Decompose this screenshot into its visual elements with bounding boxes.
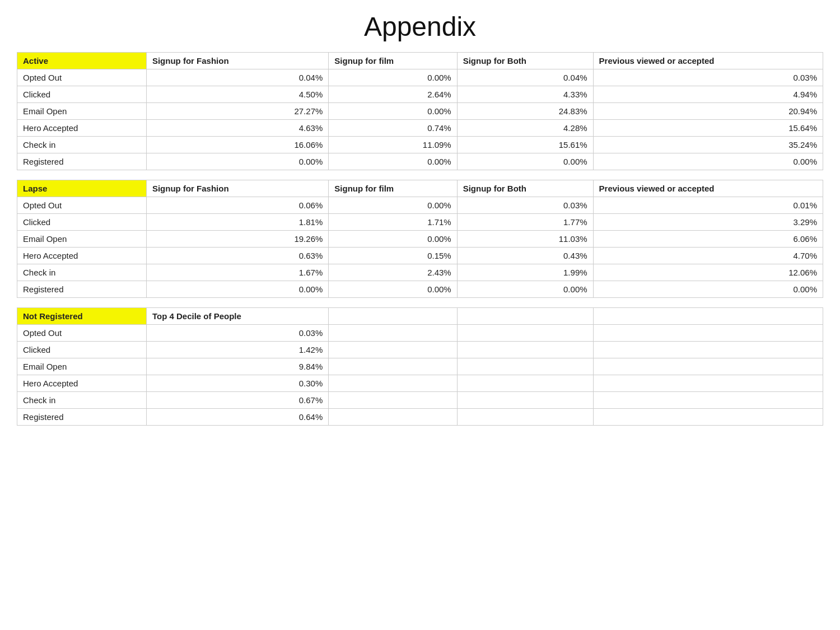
- cell-2-2: [457, 358, 593, 375]
- section-gap: [17, 298, 823, 308]
- cell-1-1: 1.71%: [329, 214, 457, 231]
- cell-0-0: 0.04%: [146, 69, 328, 86]
- cell-0-0: 0.06%: [146, 197, 328, 214]
- cell-4-2: 15.61%: [457, 137, 593, 153]
- cell-5-2: 0.00%: [457, 153, 593, 170]
- cell-4-1: [329, 392, 457, 409]
- cell-3-1: [329, 375, 457, 392]
- cell-1-2: [457, 342, 593, 358]
- cell-1-0: 1.81%: [146, 214, 328, 231]
- cell-2-0: 9.84%: [146, 358, 328, 375]
- row-label: Registered: [17, 409, 147, 426]
- cell-2-1: [329, 358, 457, 375]
- row-label: Opted Out: [17, 69, 147, 86]
- row-label: Registered: [17, 281, 147, 298]
- cell-4-1: 2.43%: [329, 264, 457, 281]
- cell-3-3: 15.64%: [593, 120, 823, 137]
- table-row: Registered0.00%0.00%0.00%0.00%: [17, 281, 823, 298]
- section-header-0: Active: [17, 53, 147, 69]
- table-row: Opted Out0.03%: [17, 325, 823, 342]
- cell-1-0: 4.50%: [146, 86, 328, 103]
- row-label: Clicked: [17, 214, 147, 231]
- col-header-0-2: Signup for Both: [457, 53, 593, 69]
- col-header-1-3: Previous viewed or accepted: [593, 180, 823, 197]
- col-header-1-2: Signup for Both: [457, 180, 593, 197]
- row-label: Check in: [17, 264, 147, 281]
- table-row: Check in0.67%: [17, 392, 823, 409]
- cell-0-2: 0.03%: [457, 197, 593, 214]
- cell-5-2: [457, 409, 593, 426]
- row-label: Clicked: [17, 86, 147, 103]
- cell-5-3: 0.00%: [593, 153, 823, 170]
- row-label: Registered: [17, 153, 147, 170]
- cell-1-3: 4.94%: [593, 86, 823, 103]
- cell-2-0: 27.27%: [146, 103, 328, 120]
- cell-3-3: [593, 375, 823, 392]
- row-label: Opted Out: [17, 325, 147, 342]
- cell-4-0: 0.67%: [146, 392, 328, 409]
- cell-1-3: 3.29%: [593, 214, 823, 231]
- cell-1-2: 1.77%: [457, 214, 593, 231]
- cell-3-2: [457, 375, 593, 392]
- cell-3-3: 4.70%: [593, 248, 823, 264]
- cell-0-3: 0.03%: [593, 69, 823, 86]
- section-gap: [17, 170, 823, 180]
- row-label: Opted Out: [17, 197, 147, 214]
- cell-1-2: 4.33%: [457, 86, 593, 103]
- col-header-0-3: Previous viewed or accepted: [593, 53, 823, 69]
- cell-4-2: [457, 392, 593, 409]
- table-row: Registered0.00%0.00%0.00%0.00%: [17, 153, 823, 170]
- cell-5-3: 0.00%: [593, 281, 823, 298]
- table-row: Email Open9.84%: [17, 358, 823, 375]
- cell-2-3: 20.94%: [593, 103, 823, 120]
- row-label: Hero Accepted: [17, 375, 147, 392]
- cell-3-0: 0.63%: [146, 248, 328, 264]
- cell-4-2: 1.99%: [457, 264, 593, 281]
- cell-0-3: [593, 325, 823, 342]
- cell-3-1: 0.74%: [329, 120, 457, 137]
- table-row: Email Open19.26%0.00%11.03%6.06%: [17, 231, 823, 248]
- cell-2-1: 0.00%: [329, 103, 457, 120]
- cell-1-0: 1.42%: [146, 342, 328, 358]
- row-label: Hero Accepted: [17, 248, 147, 264]
- appendix-table: ActiveSignup for FashionSignup for filmS…: [17, 52, 823, 426]
- cell-5-2: 0.00%: [457, 281, 593, 298]
- row-label: Check in: [17, 392, 147, 409]
- table-row: Clicked1.81%1.71%1.77%3.29%: [17, 214, 823, 231]
- cell-2-1: 0.00%: [329, 231, 457, 248]
- cell-5-0: 0.64%: [146, 409, 328, 426]
- cell-4-3: 12.06%: [593, 264, 823, 281]
- cell-3-0: 0.30%: [146, 375, 328, 392]
- cell-1-3: [593, 342, 823, 358]
- row-label: Clicked: [17, 342, 147, 358]
- table-row: Email Open27.27%0.00%24.83%20.94%: [17, 103, 823, 120]
- cell-4-0: 16.06%: [146, 137, 328, 153]
- cell-3-2: 4.28%: [457, 120, 593, 137]
- cell-5-1: [329, 409, 457, 426]
- row-label: Email Open: [17, 231, 147, 248]
- cell-5-1: 0.00%: [329, 153, 457, 170]
- table-row: Hero Accepted0.63%0.15%0.43%4.70%: [17, 248, 823, 264]
- cell-0-2: [457, 325, 593, 342]
- table-row: Opted Out0.06%0.00%0.03%0.01%: [17, 197, 823, 214]
- cell-2-2: 11.03%: [457, 231, 593, 248]
- row-label: Hero Accepted: [17, 120, 147, 137]
- cell-0-1: [329, 325, 457, 342]
- table-row: Clicked1.42%: [17, 342, 823, 358]
- cell-1-1: 2.64%: [329, 86, 457, 103]
- cell-0-1: 0.00%: [329, 197, 457, 214]
- cell-4-3: [593, 392, 823, 409]
- cell-5-0: 0.00%: [146, 153, 328, 170]
- cell-5-0: 0.00%: [146, 281, 328, 298]
- section-header-1: Lapse: [17, 180, 147, 197]
- table-row: Opted Out0.04%0.00%0.04%0.03%: [17, 69, 823, 86]
- cell-2-2: 24.83%: [457, 103, 593, 120]
- table-row: Registered0.64%: [17, 409, 823, 426]
- section-header-extra-2: Top 4 Decile of People: [146, 308, 328, 325]
- section-header-2: Not Registered: [17, 308, 147, 325]
- col-header-0-0: Signup for Fashion: [146, 53, 328, 69]
- table-row: Clicked4.50%2.64%4.33%4.94%: [17, 86, 823, 103]
- cell-0-2: 0.04%: [457, 69, 593, 86]
- col-header-1-1: Signup for film: [329, 180, 457, 197]
- cell-3-2: 0.43%: [457, 248, 593, 264]
